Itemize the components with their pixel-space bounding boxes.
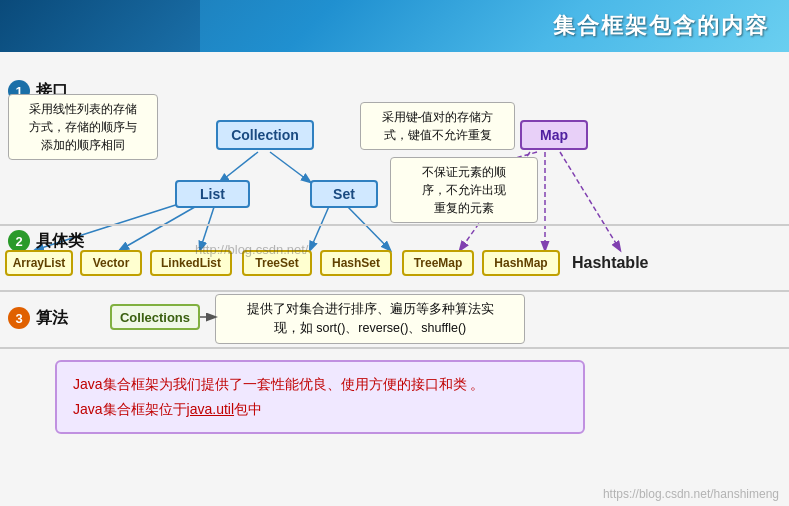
watermark-blog: https://blog.csdn.net/hanshimeng [603, 487, 779, 501]
svg-line-10 [560, 152, 620, 250]
sep-line-2 [0, 290, 789, 292]
section-label-3: 算法 [36, 308, 68, 329]
watermark-csdn: http://blog.csdn.net/ [195, 242, 308, 257]
collection-box: Collection [216, 120, 314, 150]
note-box: Java集合框架为我们提供了一套性能优良、使用方便的接口和类 。 Java集合框… [55, 360, 585, 434]
sep-line-3 [0, 347, 789, 349]
list-tooltip: 采用线性列表的存储方式，存储的顺序与添加的顺序相同 [8, 94, 158, 160]
header: 集合框架包含的内容 [0, 0, 789, 52]
set-tooltip-text: 不保证元素的顺序，不允许出现重复的元素 [422, 165, 506, 215]
section-concrete: 2 具体类 [8, 230, 84, 252]
svg-line-6 [310, 204, 330, 250]
set-box: Set [310, 180, 378, 208]
map-tooltip: 采用键-值对的存储方式，键值不允许重复 [360, 102, 515, 150]
note-underline: java.util [187, 401, 234, 417]
collections-box: Collections [110, 304, 200, 330]
section-label-2: 具体类 [36, 231, 84, 252]
section-num-3: 3 [8, 307, 30, 329]
note-line2: Java集合框架位于java.util包中 [73, 397, 567, 422]
collections-tooltip: 提供了对集合进行排序、遍历等多种算法实现，如 sort()、reverse()、… [215, 294, 525, 344]
hashtable-label: Hashtable [572, 250, 648, 276]
svg-line-4 [120, 204, 200, 250]
svg-line-0 [220, 152, 258, 182]
list-box: List [175, 180, 250, 208]
section-num-2: 2 [8, 230, 30, 252]
content-area: 1 接口 采用线性列表的存储方式，存储的顺序与添加的顺序相同 Collectio… [0, 52, 789, 506]
svg-line-7 [345, 204, 390, 250]
arraylist-box: ArrayList [5, 250, 73, 276]
main-container: 集合框架包含的内容 [0, 0, 789, 506]
treemap-box: TreeMap [402, 250, 474, 276]
vector-box: Vector [80, 250, 142, 276]
header-title: 集合框架包含的内容 [553, 11, 769, 41]
note-line1: Java集合框架为我们提供了一套性能优良、使用方便的接口和类 。 [73, 372, 567, 397]
sep-line-1 [0, 224, 789, 226]
collections-tooltip-text: 提供了对集合进行排序、遍历等多种算法实现，如 sort()、reverse()、… [247, 302, 494, 335]
section-algorithm: 3 算法 [8, 307, 68, 329]
header-deco [0, 0, 200, 52]
map-box: Map [520, 120, 588, 150]
svg-line-1 [270, 152, 310, 182]
list-tooltip-text: 采用线性列表的存储方式，存储的顺序与添加的顺序相同 [29, 102, 137, 152]
hashset-box: HashSet [320, 250, 392, 276]
set-tooltip: 不保证元素的顺序，不允许出现重复的元素 [390, 157, 538, 223]
hashmap-box: HashMap [482, 250, 560, 276]
map-tooltip-text: 采用键-值对的存储方式，键值不允许重复 [382, 110, 494, 142]
